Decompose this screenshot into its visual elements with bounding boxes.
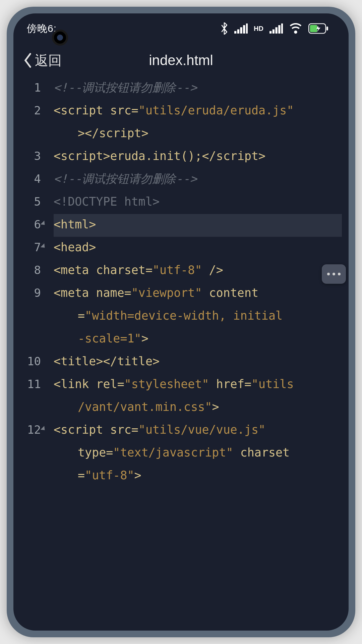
code-line[interactable]: <script>eruda.init();</script> — [54, 146, 342, 168]
line-number: 5 — [13, 191, 47, 214]
code-wrap[interactable]: -scale=1"> — [54, 328, 342, 351]
code-line[interactable]: <!--调试按钮请勿删除--> — [54, 77, 342, 100]
line-number: 11 — [13, 374, 47, 419]
screen: 傍晚6: HD 返回 index.html 1 2 3 4 — [13, 13, 349, 631]
line-number: 12 — [13, 419, 47, 488]
line-number: 7 — [13, 237, 47, 260]
svg-rect-7 — [276, 27, 278, 34]
back-label: 返回 — [35, 51, 62, 70]
code-line[interactable]: <head> — [54, 237, 342, 260]
line-number: 4 — [13, 168, 47, 191]
dot-icon — [327, 273, 330, 275]
svg-rect-5 — [269, 31, 272, 34]
svg-point-10 — [294, 31, 297, 34]
svg-rect-13 — [310, 25, 317, 32]
phone-frame: 傍晚6: HD 返回 index.html 1 2 3 4 — [7, 7, 355, 637]
code-wrap[interactable]: ="width=device-width, initial — [54, 305, 342, 328]
battery-icon — [308, 23, 328, 34]
code-line[interactable]: <title></title> — [54, 351, 342, 374]
status-time: 傍晚6: — [27, 22, 57, 36]
line-number: 3 — [13, 146, 47, 168]
svg-rect-9 — [281, 23, 283, 34]
code-area[interactable]: <!--调试按钮请勿删除--> <script src="utils/eruda… — [13, 77, 349, 488]
code-line[interactable]: <html> — [54, 214, 342, 237]
signal2-icon — [269, 23, 283, 34]
line-number: 2 — [13, 100, 47, 146]
line-gutter: 1 2 3 4 5 6 7 8 9 10 11 12 — [13, 77, 47, 488]
line-number: 10 — [13, 351, 47, 374]
code-editor[interactable]: 1 2 3 4 5 6 7 8 9 10 11 12 <!--调试按钮请勿删除-… — [13, 77, 349, 488]
hd-icon: HD — [254, 25, 263, 33]
front-camera — [52, 30, 68, 46]
dot-icon — [333, 273, 335, 275]
code-line[interactable]: <meta charset="utf-8" /> — [54, 260, 342, 282]
chevron-left-icon — [23, 53, 32, 68]
signal-icon — [234, 23, 248, 34]
svg-rect-2 — [240, 27, 242, 34]
code-line[interactable]: <!--调试按钮请勿删除--> — [54, 168, 342, 191]
code-line[interactable]: <link rel="stylesheet" href="utils — [54, 374, 342, 396]
code-wrap[interactable]: /vant/vant.min.css"> — [54, 396, 342, 419]
line-number: 8 — [13, 260, 47, 282]
svg-rect-1 — [237, 30, 239, 34]
svg-rect-4 — [246, 23, 248, 34]
status-icons: HD — [220, 22, 328, 35]
bluetooth-icon — [220, 22, 228, 35]
more-button[interactable] — [322, 264, 346, 284]
code-line[interactable]: <meta name="viewport" content — [54, 282, 342, 305]
code-line[interactable]: <!DOCTYPE html> — [54, 191, 342, 214]
svg-rect-12 — [326, 26, 328, 31]
title-bar: 返回 index.html — [13, 44, 349, 77]
wifi-icon — [289, 23, 302, 34]
line-number: 6 — [13, 214, 47, 237]
svg-rect-0 — [234, 31, 236, 34]
line-number: 9 — [13, 282, 47, 351]
page-title: index.html — [149, 52, 213, 68]
code-wrap[interactable]: ></script> — [54, 123, 342, 146]
svg-rect-8 — [278, 25, 280, 34]
back-button[interactable]: 返回 — [23, 51, 62, 70]
dot-icon — [338, 273, 341, 275]
code-line[interactable]: <script src="utils/eruda/eruda.js" — [54, 100, 342, 123]
code-wrap[interactable]: type="text/javascript" charset — [54, 442, 342, 465]
line-number: 1 — [13, 77, 47, 100]
svg-rect-6 — [273, 30, 275, 34]
svg-rect-3 — [243, 25, 245, 34]
code-wrap[interactable]: ="utf-8"> — [54, 465, 342, 488]
code-line[interactable]: <script src="utils/vue/vue.js" — [54, 419, 342, 442]
